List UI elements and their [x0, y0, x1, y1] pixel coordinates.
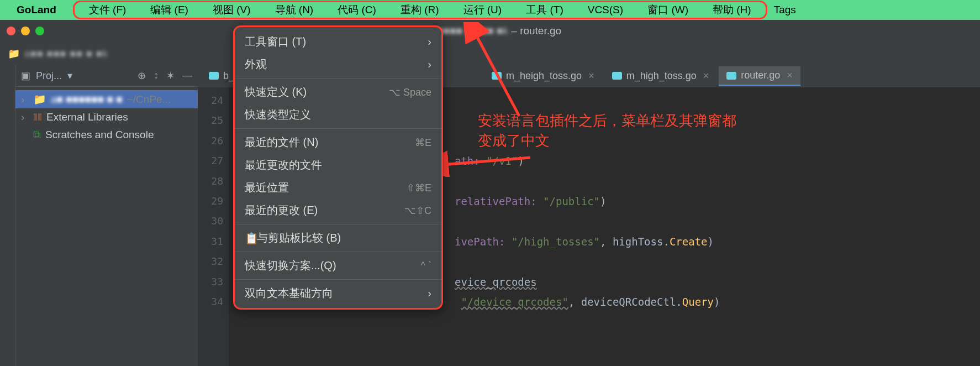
- tags-label: Tags: [774, 4, 796, 16]
- project-title[interactable]: Proj...: [36, 70, 62, 82]
- menu-compare-clipboard[interactable]: 📋与剪贴板比较 (B): [235, 227, 441, 249]
- go-file-icon: [726, 72, 736, 80]
- tree-scratches[interactable]: ⧉ Scratches and Console: [15, 126, 198, 144]
- editor-tab-m-high-toss[interactable]: m_high_toss.go ×: [604, 67, 717, 86]
- editor-tab-router[interactable]: router.go ×: [719, 66, 800, 86]
- chevron-right-icon[interactable]: ›: [21, 93, 29, 106]
- close-tab-icon[interactable]: ×: [588, 70, 594, 82]
- menu-vcs[interactable]: VCS(S): [576, 4, 635, 16]
- line-number: 28: [198, 171, 223, 191]
- view-menu-popup: 工具窗口 (T)› 外观› 快速定义 (K)⌥ Space 快速类型定义 最近的…: [233, 25, 443, 310]
- window-titlebar: a■■■■■■ ■■ ■■ ■k – router.go: [0, 20, 980, 42]
- line-number: 34: [198, 292, 223, 312]
- main-area: ▣ Proj... ▾ ⊕ ↕ ✶ — › 📁 a■ ■■■■■■ ■ ■ ~/…: [0, 65, 980, 366]
- menu-code[interactable]: 代码 (C): [325, 3, 388, 17]
- menu-run[interactable]: 运行 (U): [451, 3, 514, 17]
- menu-navigate[interactable]: 导航 (N): [263, 3, 326, 17]
- menu-window[interactable]: 窗口 (W): [635, 3, 700, 17]
- macos-menubar: GoLand 文件 (F) 编辑 (E) 视图 (V) 导航 (N) 代码 (C…: [0, 0, 980, 20]
- go-file-icon: [209, 72, 219, 80]
- menu-bidi-text-direction[interactable]: 双向文本基础方向›: [235, 282, 441, 305]
- hide-panel-icon[interactable]: —: [182, 70, 192, 82]
- menu-recent-files[interactable]: 最近的文件 (N)⌘E: [235, 131, 441, 154]
- menu-separator: [235, 252, 441, 252]
- breadcrumb: 📁 a■■ ■■■ ■■ ■ ■k: [0, 42, 980, 65]
- select-target-icon[interactable]: ⊕: [138, 70, 146, 82]
- sidebar-tabs[interactable]: [0, 65, 15, 366]
- menu-separator: [235, 224, 441, 224]
- editor-tab-m-heigh-toss[interactable]: m_heigh_toss.go ×: [484, 67, 602, 86]
- minimize-window-button[interactable]: [21, 27, 30, 35]
- menu-edit[interactable]: 编辑 (E): [138, 3, 201, 17]
- line-number: 25: [198, 111, 223, 130]
- line-number: 29: [198, 191, 223, 211]
- menu-refactor[interactable]: 重构 (R): [388, 3, 451, 17]
- menu-tools[interactable]: 工具 (T): [514, 3, 576, 17]
- menubar-items-highlight: 文件 (F) 编辑 (E) 视图 (V) 导航 (N) 代码 (C) 重构 (R…: [73, 1, 767, 19]
- menu-separator: [235, 279, 441, 280]
- go-file-icon: [612, 72, 622, 80]
- line-number: 30: [198, 211, 223, 231]
- submenu-icon: ›: [428, 58, 431, 71]
- submenu-icon: ›: [428, 287, 431, 300]
- menu-separator: [235, 78, 441, 79]
- tree-root[interactable]: › 📁 a■ ■■■■■■ ■ ■ ~/CnPe...: [15, 90, 198, 108]
- menu-quick-type-definition[interactable]: 快速类型定义: [235, 103, 441, 126]
- chevron-right-icon[interactable]: ›: [21, 111, 29, 123]
- menu-view[interactable]: 视图 (V): [201, 3, 263, 17]
- maximize-window-button[interactable]: [35, 27, 44, 35]
- library-icon: ⦀⦀: [33, 111, 42, 123]
- project-tool-header: ▣ Proj... ▾ ⊕ ↕ ✶ —: [15, 65, 198, 87]
- gutter: 24 25 26 27 28 29 30 31 32 33 34: [198, 87, 229, 366]
- menu-file[interactable]: 文件 (F): [77, 3, 139, 17]
- menu-help[interactable]: 帮助 (H): [700, 3, 763, 17]
- folder-icon: 📁: [8, 48, 20, 60]
- menu-tool-windows[interactable]: 工具窗口 (T)›: [235, 30, 441, 53]
- scratches-icon: ⧉: [33, 129, 41, 141]
- tree-external-libraries[interactable]: › ⦀⦀ External Libraries: [15, 108, 198, 126]
- go-file-icon: [492, 72, 502, 80]
- line-number: 27: [198, 151, 223, 171]
- close-tab-icon[interactable]: ×: [787, 70, 793, 81]
- close-window-button[interactable]: [7, 27, 15, 35]
- expand-all-icon[interactable]: ↕: [154, 70, 159, 82]
- menu-recently-changed-files[interactable]: 最近更改的文件: [235, 154, 441, 176]
- line-number: 31: [198, 232, 223, 252]
- menu-separator: [235, 128, 441, 129]
- traffic-lights: [7, 27, 44, 35]
- folder-icon: 📁: [33, 93, 46, 106]
- menu-appearance[interactable]: 外观›: [235, 53, 441, 76]
- close-tab-icon[interactable]: ×: [703, 70, 709, 82]
- clipboard-icon: 📋: [245, 232, 257, 245]
- project-view-icon: ▣: [21, 70, 30, 82]
- menu-quick-switch-scheme[interactable]: 快速切换方案...(Q)^ `: [235, 254, 441, 277]
- app-name[interactable]: GoLand: [17, 4, 56, 16]
- settings-icon[interactable]: ✶: [166, 70, 175, 82]
- project-tree: › 📁 a■ ■■■■■■ ■ ■ ~/CnPe... › ⦀⦀ Externa…: [15, 87, 198, 147]
- menu-recent-changes[interactable]: 最近的更改 (E)⌥⇧C: [235, 199, 441, 222]
- line-number: 33: [198, 272, 223, 292]
- dropdown-icon[interactable]: ▾: [67, 70, 72, 82]
- line-number: 32: [198, 252, 223, 271]
- menu-quick-definition[interactable]: 快速定义 (K)⌥ Space: [235, 81, 441, 103]
- menu-recent-locations[interactable]: 最近位置⇧⌘E: [235, 176, 441, 199]
- breadcrumb-text[interactable]: a■■ ■■■ ■■ ■ ■k: [24, 48, 108, 60]
- line-number: 26: [198, 131, 223, 151]
- line-number: 24: [198, 91, 223, 111]
- project-panel: ▣ Proj... ▾ ⊕ ↕ ✶ — › 📁 a■ ■■■■■■ ■ ■ ~/…: [15, 65, 198, 366]
- submenu-icon: ›: [428, 35, 431, 48]
